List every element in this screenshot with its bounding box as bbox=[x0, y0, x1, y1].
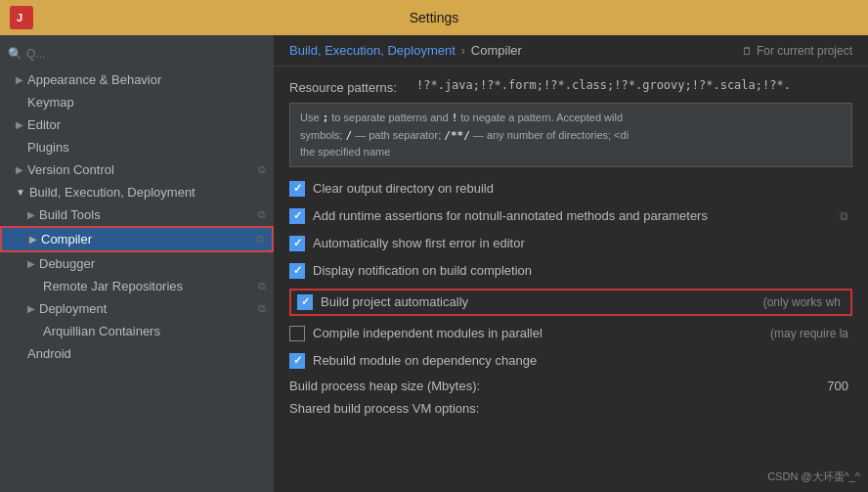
checkbox-label-notification: Display notification on build completion bbox=[313, 263, 532, 278]
sidebar-item-version-control[interactable]: ▶ Version Control ⧉ bbox=[0, 158, 274, 181]
project-icon: 🗒 bbox=[742, 45, 753, 57]
heap-size-row: Build process heap size (Mbytes): 700 bbox=[289, 379, 852, 393]
arrow-icon: ▶ bbox=[27, 209, 35, 220]
checkbox-row-build-auto: Build project automatically (only works … bbox=[289, 289, 852, 316]
checkbox-runtime[interactable] bbox=[289, 208, 305, 224]
sidebar-item-label: Plugins bbox=[27, 140, 69, 155]
checkbox-label-runtime: Add runtime assertions for notnull-annot… bbox=[313, 208, 708, 223]
sidebar-item-label: Arquillian Containers bbox=[43, 324, 160, 338]
checkbox-row-rebuild: Rebuild module on dependency change bbox=[289, 351, 852, 371]
hint-text-name: the specified name bbox=[300, 146, 390, 157]
sidebar-item-android[interactable]: Android bbox=[0, 342, 274, 365]
sidebar-item-arquillian[interactable]: Arquillian Containers bbox=[0, 320, 274, 342]
resource-patterns-value: !?*.java;!?*.form;!?*.class;!?*.groovy;!… bbox=[416, 78, 791, 92]
copy-icon: ⧉ bbox=[258, 302, 266, 315]
copy-icon: ⧉ bbox=[258, 163, 266, 176]
sidebar-item-compiler[interactable]: ▶ Compiler ⧉ bbox=[0, 226, 274, 252]
hint-text2: to separate patterns and bbox=[331, 112, 451, 123]
sidebar-item-label: Keymap bbox=[27, 95, 74, 110]
breadcrumb: Build, Execution, Deployment › Compiler … bbox=[274, 35, 868, 67]
sidebar-item-appearance[interactable]: ▶ Appearance & Behavior bbox=[0, 68, 274, 91]
breadcrumb-project-label: For current project bbox=[757, 44, 852, 58]
checkbox-auto-show[interactable] bbox=[289, 236, 305, 251]
sidebar-item-build-execution[interactable]: ▼ Build, Execution, Deployment bbox=[0, 181, 274, 203]
checkbox-row-clear-output: Clear output directory on rebuild bbox=[289, 179, 852, 199]
hint-semicolon: ; bbox=[323, 112, 329, 124]
heap-size-label: Build process heap size (Mbytes): bbox=[289, 379, 480, 393]
sidebar-item-editor[interactable]: ▶ Editor bbox=[0, 113, 274, 136]
checkbox-row-auto-show: Automatically show first error in editor bbox=[289, 234, 852, 253]
checkbox-suffix-compile-parallel: (may require la bbox=[770, 327, 852, 340]
arrow-icon: ▼ bbox=[16, 187, 25, 198]
hint-slash: / bbox=[345, 129, 352, 142]
hint-dstar: /**/ bbox=[444, 129, 470, 142]
sidebar-item-keymap[interactable]: Keymap bbox=[0, 91, 274, 113]
title-bar: J Settings bbox=[0, 0, 868, 35]
checkbox-label-clear-output: Clear output directory on rebuild bbox=[313, 181, 494, 196]
checkbox-suffix-build-auto: (only works wh bbox=[763, 295, 845, 309]
checkbox-rebuild[interactable] bbox=[289, 353, 305, 369]
copy-icon: ⧉ bbox=[258, 280, 266, 292]
sidebar-item-label: Remote Jar Repositories bbox=[43, 279, 183, 293]
search-input[interactable] bbox=[26, 47, 266, 61]
checkbox-label-auto-show: Automatically show first error in editor bbox=[313, 236, 525, 250]
sidebar-item-label: Build Tools bbox=[39, 207, 101, 222]
checkbox-label-build-auto: Build project automatically bbox=[321, 294, 468, 309]
sidebar-item-deployment[interactable]: ▶ Deployment ⧉ bbox=[0, 297, 274, 320]
resource-patterns-label: Resource patterns: bbox=[289, 78, 416, 95]
sidebar-item-remote-jar[interactable]: Remote Jar Repositories ⧉ bbox=[0, 275, 274, 297]
arrow-icon: ▶ bbox=[27, 303, 35, 314]
arrow-icon: ▶ bbox=[29, 234, 37, 245]
arrow-icon: ▶ bbox=[16, 164, 23, 175]
main-container: 🔍 ▶ Appearance & Behavior Keymap ▶ Edito… bbox=[0, 35, 868, 492]
sidebar-item-plugins[interactable]: Plugins bbox=[0, 136, 274, 158]
checkbox-compile-parallel[interactable] bbox=[289, 326, 305, 341]
settings-content: Resource patterns: !?*.java;!?*.form;!?*… bbox=[274, 67, 868, 492]
hint-dirs: — any number of directories; <di bbox=[473, 129, 629, 141]
arrow-icon: ▶ bbox=[27, 258, 35, 269]
breadcrumb-current: Compiler bbox=[471, 43, 522, 58]
sidebar-item-label: Deployment bbox=[39, 301, 107, 316]
app-logo: J bbox=[10, 6, 33, 29]
checkbox-suffix-runtime: ⧉ bbox=[840, 209, 852, 223]
checkbox-notification[interactable] bbox=[289, 263, 305, 279]
content-area: Build, Execution, Deployment › Compiler … bbox=[274, 35, 868, 492]
sidebar-item-label: Editor bbox=[27, 117, 61, 132]
checkbox-row-notification: Display notification on build completion bbox=[289, 261, 852, 281]
sidebar-item-label: Build, Execution, Deployment bbox=[29, 185, 195, 200]
checkbox-label-rebuild: Rebuild module on dependency change bbox=[313, 353, 537, 368]
hint-text-symbols: symbols; bbox=[300, 129, 345, 141]
sidebar-item-label: Version Control bbox=[27, 162, 114, 177]
breadcrumb-separator: › bbox=[461, 44, 465, 58]
copy-icon: ⧉ bbox=[258, 208, 266, 221]
search-icon: 🔍 bbox=[8, 47, 22, 61]
hint-text1: Use bbox=[300, 112, 323, 123]
hint-path-sep: — path separator; bbox=[355, 129, 444, 141]
svg-text:J: J bbox=[17, 12, 22, 23]
breadcrumb-project-section: 🗒 For current project bbox=[742, 44, 852, 58]
hint-box: Use ; to separate patterns and ! to nega… bbox=[289, 103, 852, 167]
sidebar-item-label: Appearance & Behavior bbox=[27, 72, 161, 87]
hint-text3: to negate a pattern. Accepted wild bbox=[460, 112, 623, 123]
sidebar-item-label: Debugger bbox=[39, 256, 95, 271]
sidebar-item-label: Compiler bbox=[41, 232, 92, 246]
checkbox-row-runtime: Add runtime assertions for notnull-annot… bbox=[289, 206, 852, 226]
resource-patterns-row: Resource patterns: !?*.java;!?*.form;!?*… bbox=[289, 78, 852, 95]
window-title: Settings bbox=[410, 10, 459, 25]
sidebar-item-label: Android bbox=[27, 346, 71, 361]
checkbox-build-auto[interactable] bbox=[297, 294, 313, 310]
heap-size-value: 700 bbox=[827, 379, 852, 393]
shared-build-row: Shared build process VM options: bbox=[289, 401, 852, 416]
checkbox-row-compile-parallel: Compile independent modules in parallel … bbox=[289, 324, 852, 343]
copy-icon: ⧉ bbox=[256, 233, 264, 246]
sidebar-item-debugger[interactable]: ▶ Debugger bbox=[0, 252, 274, 275]
checkbox-clear-output[interactable] bbox=[289, 181, 305, 197]
sidebar-item-build-tools[interactable]: ▶ Build Tools ⧉ bbox=[0, 203, 274, 226]
search-bar[interactable]: 🔍 bbox=[0, 43, 274, 65]
hint-exclaim: ! bbox=[452, 112, 458, 124]
arrow-icon: ▶ bbox=[16, 74, 23, 85]
breadcrumb-parent[interactable]: Build, Execution, Deployment bbox=[289, 43, 456, 58]
arrow-icon: ▶ bbox=[16, 119, 23, 130]
sidebar: 🔍 ▶ Appearance & Behavior Keymap ▶ Edito… bbox=[0, 35, 274, 492]
checkbox-label-compile-parallel: Compile independent modules in parallel bbox=[313, 326, 542, 340]
